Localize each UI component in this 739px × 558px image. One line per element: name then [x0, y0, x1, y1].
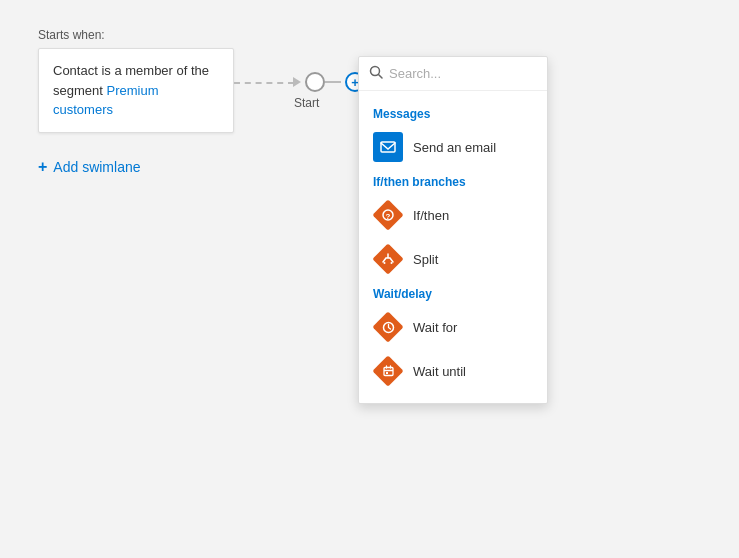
messages-section-header: Messages — [359, 101, 547, 125]
wait-for-icon-diamond — [373, 312, 403, 342]
split-icon-diamond — [373, 244, 403, 274]
split-icon — [381, 252, 395, 266]
wait-for-label: Wait for — [413, 320, 457, 335]
wait-until-label: Wait until — [413, 364, 466, 379]
wait-until-icon — [382, 365, 395, 378]
dropdown-content[interactable]: Messages Send an email If/then branches — [359, 91, 547, 403]
search-icon — [369, 65, 383, 82]
if-then-icon: ? — [381, 208, 395, 222]
svg-text:?: ? — [386, 212, 391, 221]
starts-when-label: Starts when: — [38, 28, 105, 42]
email-icon — [379, 138, 397, 156]
contact-card: Contact is a member of the segment Premi… — [38, 48, 234, 133]
svg-rect-8 — [384, 367, 393, 375]
if-then-icon-diamond: ? — [373, 200, 403, 230]
if-then-item[interactable]: ? If/then — [359, 193, 547, 237]
search-bar — [359, 57, 547, 91]
wait-for-icon — [382, 321, 395, 334]
arrow-head — [293, 77, 301, 87]
svg-line-1 — [379, 75, 383, 79]
email-icon-box — [373, 132, 403, 162]
search-input[interactable] — [389, 66, 537, 81]
dashed-connector — [234, 82, 294, 84]
send-email-item[interactable]: Send an email — [359, 125, 547, 169]
canvas: Starts when: Contact is a member of the … — [0, 0, 739, 558]
add-swimlane-label: Add swimlane — [53, 159, 140, 175]
wait-for-item[interactable]: Wait for — [359, 305, 547, 349]
split-label: Split — [413, 252, 438, 267]
action-dropdown-panel: Messages Send an email If/then branches — [358, 56, 548, 404]
split-item[interactable]: Split — [359, 237, 547, 281]
start-label: Start — [294, 96, 319, 110]
send-email-label: Send an email — [413, 140, 496, 155]
wait-delay-section-header: Wait/delay — [359, 281, 547, 305]
wait-until-icon-diamond — [373, 356, 403, 386]
svg-point-5 — [384, 262, 386, 264]
if-then-label: If/then — [413, 208, 449, 223]
svg-rect-2 — [381, 142, 395, 152]
add-swimlane-plus-icon: + — [38, 158, 47, 176]
wait-until-item[interactable]: Wait until — [359, 349, 547, 393]
start-node[interactable] — [305, 72, 325, 92]
connector-line-2 — [325, 81, 341, 83]
if-then-section-header: If/then branches — [359, 169, 547, 193]
add-swimlane-button[interactable]: + Add swimlane — [38, 158, 141, 176]
svg-point-6 — [391, 262, 393, 264]
svg-rect-9 — [386, 372, 388, 374]
